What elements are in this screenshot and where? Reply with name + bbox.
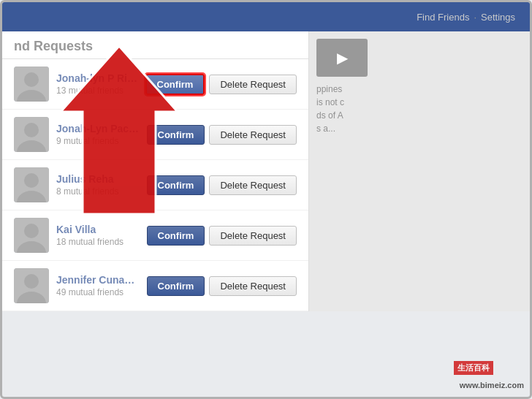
top-navigation-bar: Find Friends · Settings [2, 2, 530, 31]
svg-point-1 [17, 90, 46, 102]
delete-button-3[interactable]: Delete Request [209, 175, 297, 195]
avatar-3 [14, 167, 49, 202]
panel-title: nd Requests [14, 39, 93, 53]
page-body: nd Requests Jonah-lyn P Rinon 13 mutual … [2, 31, 530, 311]
avatar-2 [14, 117, 49, 152]
person-name-1: Jonah-lyn P Rinon [56, 72, 138, 84]
delete-button-5[interactable]: Delete Request [209, 276, 297, 296]
blurred-text-2: is not c [316, 96, 522, 109]
app-container: Find Friends · Settings nd Requests [0, 0, 532, 399]
person-name-4: Kai Villa [56, 224, 140, 235]
blurred-text-1: ppines [316, 83, 522, 96]
confirm-button-5[interactable]: Confirm [147, 276, 205, 296]
svg-point-0 [24, 72, 39, 87]
person-name-3: Julius Reha [56, 173, 140, 185]
svg-point-3 [17, 140, 46, 152]
nav-separator: · [474, 12, 476, 23]
mutual-friends-2: 9 mutual friends [56, 136, 140, 146]
right-panel: ▶ ppines is not c ds of A s a... [309, 31, 530, 311]
find-friends-link[interactable]: Find Friends [417, 12, 469, 23]
person-info-4: Kai Villa 18 mutual friends [56, 224, 140, 247]
action-buttons-2: Confirm Delete Request [147, 125, 297, 145]
mutual-friends-5: 49 mutual friends [56, 287, 140, 297]
action-buttons-1: Confirm Delete Request [145, 74, 297, 95]
avatar-1 [14, 66, 49, 102]
person-name-2: Jonah-Lyn Pacho [56, 123, 140, 134]
action-buttons-3: Confirm Delete Request [147, 175, 297, 195]
friend-requests-panel: nd Requests Jonah-lyn P Rinon 13 mutual … [2, 31, 309, 311]
watermark: www.bimeiz.com [460, 381, 524, 390]
blurred-text-3: ds of A [316, 109, 522, 122]
confirm-button-2[interactable]: Confirm [147, 125, 205, 145]
svg-point-5 [17, 191, 46, 202]
person-info-2: Jonah-Lyn Pacho 9 mutual friends [56, 123, 140, 146]
svg-point-8 [24, 274, 39, 289]
nav-links: Find Friends · Settings [417, 12, 515, 23]
friend-request-item-1: Jonah-lyn P Rinon 13 mutual friends Conf… [2, 59, 308, 110]
video-thumbnail: ▶ [316, 39, 368, 77]
friend-request-item-5: Jennifer Cunanan 49 mutual friends Confi… [2, 261, 308, 311]
person-name-5: Jennifer Cunanan [56, 274, 140, 286]
right-panel-content: ▶ ppines is not c ds of A s a... [309, 31, 530, 142]
friend-request-item-3: Julius Reha 8 mutual friends Confirm Del… [2, 160, 308, 210]
svg-point-9 [17, 292, 46, 303]
confirm-button-3[interactable]: Confirm [147, 175, 205, 195]
svg-point-2 [24, 123, 39, 137]
delete-button-1[interactable]: Delete Request [209, 75, 297, 94]
confirm-button-4[interactable]: Confirm [147, 226, 205, 246]
person-info-1: Jonah-lyn P Rinon 13 mutual friends [56, 72, 138, 96]
avatar-4 [14, 218, 49, 253]
delete-button-2[interactable]: Delete Request [209, 125, 297, 145]
friend-request-item-2: Jonah-Lyn Pacho 9 mutual friends Confirm… [2, 110, 308, 160]
person-info-3: Julius Reha 8 mutual friends [56, 173, 140, 197]
action-buttons-5: Confirm Delete Request [147, 276, 297, 296]
mutual-friends-4: 18 mutual friends [56, 237, 140, 247]
delete-button-4[interactable]: Delete Request [209, 226, 297, 246]
blurred-text-4: s a... [316, 122, 522, 135]
confirm-button-1[interactable]: Confirm [145, 74, 205, 95]
play-icon: ▶ [316, 39, 368, 77]
chinese-watermark: 生活百科 [454, 361, 493, 375]
panel-header: nd Requests [2, 31, 308, 59]
watermark-site: www.bimeiz.com [460, 381, 524, 390]
person-info-5: Jennifer Cunanan 49 mutual friends [56, 274, 140, 297]
mutual-friends-3: 8 mutual friends [56, 186, 140, 197]
avatar-5 [14, 268, 49, 303]
svg-point-4 [24, 173, 39, 188]
action-buttons-4: Confirm Delete Request [147, 226, 297, 246]
mutual-friends-1: 13 mutual friends [56, 86, 138, 96]
settings-link[interactable]: Settings [481, 12, 515, 23]
svg-point-6 [24, 224, 39, 238]
friend-request-item-4: Kai Villa 18 mutual friends Confirm Dele… [2, 210, 308, 261]
svg-point-7 [17, 241, 46, 253]
